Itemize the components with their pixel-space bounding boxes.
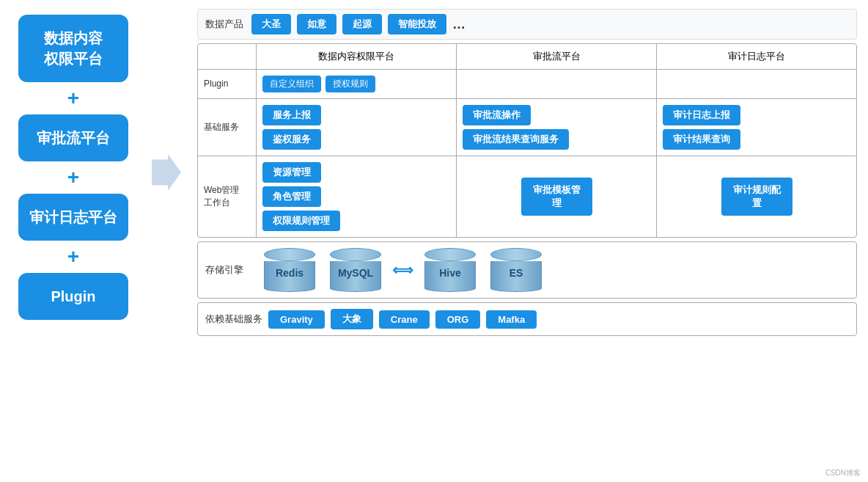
auth-service-btn[interactable]: 鉴权服务 [262, 129, 321, 150]
plugin-col-3 [657, 70, 856, 98]
approval-template-btn[interactable]: 审批模板管 理 [521, 178, 592, 216]
data-products-label: 数据产品 [205, 18, 246, 31]
header-col-3: 审计日志平台 [657, 44, 856, 69]
mysql-top [330, 248, 381, 261]
redis-bottom [264, 285, 315, 292]
services-col-2: 审批流操作 审批流结果查询服务 [457, 99, 657, 156]
grid-label-empty [198, 44, 257, 69]
header-col-2: 审批流平台 [457, 44, 657, 69]
mysql-cylinder: MySQL [326, 248, 385, 292]
plugin-col-1: 自定义组织 授权规则 [257, 70, 457, 98]
header-col-1: 数据内容权限平台 [257, 44, 457, 69]
custom-org-btn[interactable]: 自定义组织 [262, 76, 321, 92]
perm-rule-btn[interactable]: 权限规则管理 [262, 211, 340, 231]
web-content: 资源管理 角色管理 权限规则管理 审批模板管 理 审计规则配 置 [257, 156, 856, 237]
web-label: Web管理 工作台 [198, 156, 257, 237]
grid-headers: 数据内容权限平台 审批流平台 审计日志平台 [257, 44, 856, 69]
zhineng-btn[interactable]: 智能投放 [388, 14, 446, 34]
role-mgmt-btn[interactable]: 角色管理 [262, 186, 321, 207]
plugin-row: Plugin 自定义组织 授权规则 [198, 70, 856, 99]
left-column: 数据内容 权限平台 + 审批流平台 + 审计日志平台 + Plugin [11, 7, 136, 320]
web-col-2: 审批模板管 理 [457, 156, 657, 237]
es-cylinder: ES [487, 248, 545, 292]
crane-btn[interactable]: Crane [379, 310, 430, 329]
services-col-3: 审计日志上报 审计结果查询 [657, 99, 856, 156]
main-grid: 数据内容权限平台 审批流平台 审计日志平台 Plugin 自定义组织 [197, 43, 857, 238]
approval-query-btn[interactable]: 审批流结果查询服务 [463, 129, 569, 150]
redis-cylinder: Redis [260, 248, 319, 292]
data-content-platform-box: 数据内容 权限平台 [18, 15, 128, 82]
plugin-label: Plugin [198, 70, 257, 98]
web-col-3: 审计规则配 置 [657, 156, 856, 237]
hive-bottom [424, 285, 476, 292]
daxiang-btn[interactable]: 大象 [331, 309, 373, 329]
right-arrow-icon [152, 154, 181, 191]
storage-label: 存储引擎 [205, 263, 253, 277]
approval-op-btn[interactable]: 审批流操作 [463, 105, 531, 125]
services-row: 基础服务 服务上报 鉴权服务 审批流操作 审批流结果查询服务 审计日志上报 审计… [198, 99, 856, 156]
mafka-btn[interactable]: Mafka [486, 310, 537, 329]
data-products-row: 数据产品 大圣 如意 起源 智能投放 … [197, 9, 857, 40]
hive-top [424, 248, 476, 261]
watermark: CSDN博客 [825, 468, 861, 478]
redis-body: Redis [264, 261, 315, 285]
audit-log-platform-box: 审计日志平台 [18, 194, 128, 241]
gravity-btn[interactable]: Gravity [268, 310, 325, 329]
web-col-1: 资源管理 角色管理 权限规则管理 [257, 156, 457, 237]
hive-body: Hive [424, 261, 476, 285]
plus-1: + [67, 87, 79, 110]
auth-rule-btn[interactable]: 授权规则 [326, 76, 375, 92]
arrow-container [144, 7, 188, 191]
plus-2: + [67, 166, 79, 189]
plugin-col-2 [457, 70, 657, 98]
deps-row: 依赖基础服务 Gravity 大象 Crane ORG Mafka [197, 302, 857, 336]
more-dots: … [452, 17, 466, 32]
resource-mgmt-btn[interactable]: 资源管理 [262, 162, 321, 183]
mysql-body: MySQL [330, 261, 381, 285]
audit-rule-config-btn[interactable]: 审计规则配 置 [721, 178, 792, 216]
plugin-box: Plugin [18, 273, 128, 320]
mysql-bottom [330, 285, 381, 292]
services-content: 服务上报 鉴权服务 审批流操作 审批流结果查询服务 审计日志上报 审计结果查询 [257, 99, 856, 156]
plugin-content: 自定义组织 授权规则 [257, 70, 856, 98]
es-top [490, 248, 542, 261]
double-arrow-icon: ⟺ [392, 261, 413, 279]
ruyi-btn[interactable]: 如意 [297, 14, 336, 34]
es-body: ES [490, 261, 542, 285]
right-area: 数据产品 大圣 如意 起源 智能投放 … 数据内容权限平台 审批流平台 [197, 7, 857, 336]
dasheng-btn[interactable]: 大圣 [251, 14, 291, 34]
qiyuan-btn[interactable]: 起源 [342, 14, 382, 34]
deps-label: 依赖基础服务 [205, 313, 262, 326]
services-col-1: 服务上报 鉴权服务 [257, 99, 457, 156]
org-btn[interactable]: ORG [435, 310, 481, 329]
storage-row: 存储引擎 Redis MySQL ⟺ Hive [197, 241, 857, 299]
service-report-btn[interactable]: 服务上报 [262, 105, 321, 125]
audit-query-btn[interactable]: 审计结果查询 [663, 129, 740, 150]
hive-cylinder: Hive [421, 248, 479, 292]
services-label: 基础服务 [198, 99, 257, 156]
es-bottom [490, 285, 542, 292]
audit-report-btn[interactable]: 审计日志上报 [663, 105, 740, 125]
approval-platform-box: 审批流平台 [18, 114, 128, 161]
web-row: Web管理 工作台 资源管理 角色管理 权限规则管理 审批模板管 理 审计规则配… [198, 156, 856, 237]
redis-top [264, 248, 315, 261]
plus-3: + [67, 245, 79, 269]
grid-header-row: 数据内容权限平台 审批流平台 审计日志平台 [198, 44, 856, 70]
